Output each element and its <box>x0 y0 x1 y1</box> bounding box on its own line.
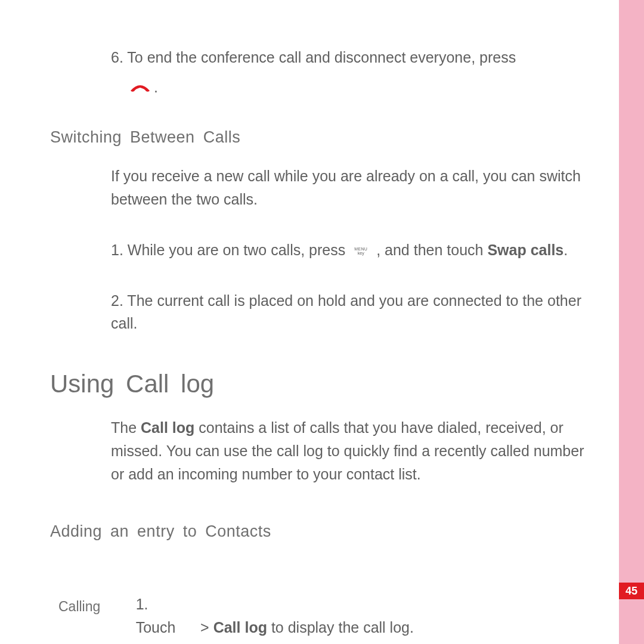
step-number: 1. <box>111 242 123 258</box>
intro-pre: The <box>111 419 137 436</box>
step-text-mid: , and then touch <box>376 242 483 258</box>
hangup-icon <box>129 82 151 93</box>
heading-switching: Switching Between Calls <box>50 128 599 147</box>
call-log-bold: Call log <box>141 419 194 436</box>
step-text-pre: While you are on two calls, press <box>128 242 345 258</box>
document-page: 45 6. To end the conference call and dis… <box>0 0 644 644</box>
footer-label: Calling <box>58 599 100 615</box>
step-text-post: . <box>564 242 568 258</box>
switching-step-1: 1. While you are on two calls, press MEN… <box>111 239 599 262</box>
content-area: 6. To end the conference call and discon… <box>50 47 599 644</box>
heading-adding-entry: Adding an entry to Contacts <box>50 522 599 541</box>
page-number: 45 <box>619 583 644 599</box>
hangup-row: . <box>129 79 599 96</box>
step-6-period: . <box>154 79 158 96</box>
switching-step-2: 2. The current call is placed on hold an… <box>111 289 599 336</box>
swap-calls-label: Swap calls <box>487 242 564 258</box>
call-log-bold-2: Call log <box>213 619 267 636</box>
step-post: to display the call log. <box>271 619 414 636</box>
step-text: The current call is placed on hold and y… <box>111 292 581 332</box>
menu-key-icon: MENU key <box>352 244 370 258</box>
call-log-intro: The Call log contains a list of calls th… <box>111 416 599 485</box>
step-6-number: 6. <box>111 49 123 66</box>
menu-key-label-bottom: key <box>358 251 364 255</box>
switching-intro: If you receive a new call while you are … <box>111 165 599 211</box>
menu-key-label-top: MENU <box>354 247 367 251</box>
step-number: 1. <box>136 596 148 612</box>
heading-call-log: Using Call log <box>50 370 599 398</box>
step-number: 2. <box>111 292 123 309</box>
calllog-step-1: 1. Touch > Call log to display the call … <box>111 569 599 644</box>
step-6-text: To end the conference call and disconnec… <box>127 49 516 66</box>
step-6: 6. To end the conference call and discon… <box>111 47 599 68</box>
arrow-icon: > <box>200 619 209 636</box>
side-stripe <box>619 0 644 644</box>
step-pre: Touch <box>136 619 176 636</box>
step-gap <box>175 619 200 636</box>
